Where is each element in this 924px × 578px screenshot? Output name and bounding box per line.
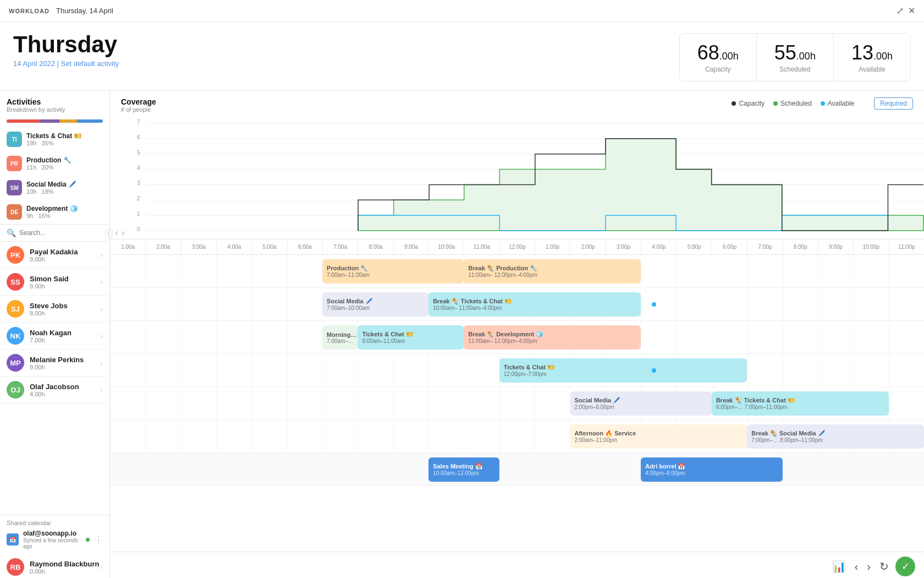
avatar-ss: SS [7, 273, 24, 291]
time-label-2p: 2:00p [570, 239, 605, 254]
chart-button[interactable]: 📊 [830, 558, 848, 575]
event-time: 7:00pm–… 8:00pm–11:00pm [751, 437, 825, 443]
content-area: Coverage # of people Capacity Scheduled … [110, 91, 924, 578]
activity-info-sm: Social Media 🖊️ 10h 18% [26, 181, 103, 195]
stat-capacity-number: 68.00h [697, 41, 739, 64]
cell [287, 354, 322, 386]
event-mp-social[interactable]: Social Media 🖊️ 2:00pm–6:00pm [570, 391, 712, 416]
event-title: Break 🌯 Production 🔧 [468, 265, 537, 272]
schedule-grid: Production 🔧 7:00am–11:00am Break 🌯 Prod… [110, 255, 924, 552]
cell [606, 453, 641, 486]
avatar-oj: OJ [7, 381, 24, 399]
cell [145, 321, 180, 353]
set-default-link[interactable]: Set default activity [61, 59, 119, 68]
required-button[interactable]: Required [874, 97, 913, 110]
cell [287, 321, 322, 353]
activity-meta-sm: 10h 18% [26, 188, 103, 195]
event-oj-afternoon[interactable]: Afternoon 🔥 Service 2:00am–11:00pm [570, 424, 747, 449]
event-sales-meeting[interactable]: Sales Meeting 📅 10:00am–12:00pm [428, 457, 499, 482]
event-pk-production[interactable]: Production 🔧 7:00am–11:00am [322, 259, 464, 283]
coverage-legend: Capacity Scheduled Available Required [732, 97, 913, 110]
event-content: Morning… 7:00am–… [327, 331, 356, 344]
activity-name-pr: Production 🔧 [26, 156, 103, 164]
avatar-rb: RB [7, 558, 24, 576]
event-ss-break-tickets[interactable]: Break 🌯 Tickets & Chat 🎫 10:00am– 11:00a… [428, 292, 641, 317]
page-title: Thursday [13, 33, 679, 56]
cell [358, 387, 393, 419]
person-row-pk[interactable]: PK Payal Kadakia 9.00h › [0, 242, 109, 269]
cell [322, 387, 358, 419]
activity-item-production[interactable]: PR Production 🔧 11h 20% [0, 151, 109, 176]
time-labels: 1:00a 2:00a 3:00a 4:00a 5:00a 6:00a 7:00… [110, 239, 924, 254]
event-content: Afternoon 🔥 Service 2:00am–11:00pm [575, 430, 636, 443]
refresh-button[interactable]: ↻ [877, 558, 891, 575]
person-row-nk[interactable]: NK Noah Kagan 7.00h › [0, 323, 109, 350]
cell [747, 321, 782, 353]
more-options-icon[interactable]: ⋮ [94, 535, 103, 545]
time-label-3p: 3:00p [606, 239, 641, 254]
activities-header: Activities Breakdown by activity [0, 91, 109, 116]
close-button[interactable]: ✕ [908, 6, 915, 16]
time-label-9p: 9:00p [818, 239, 853, 254]
calendar-icon: 📅 [7, 533, 19, 546]
available-dot-ss [652, 302, 656, 307]
event-sj-tickets[interactable]: Tickets & Chat 🎫 8:00am–11:00am [358, 325, 464, 350]
activity-item-social[interactable]: SM Social Media 🖊️ 10h 18% [0, 176, 109, 200]
next-button[interactable]: › [865, 558, 873, 575]
event-nk-tickets[interactable]: Tickets & Chat 🎫 12:00pm–7:00pm [499, 358, 747, 383]
event-time: 7:00am–… [327, 338, 356, 344]
legend-capacity: Capacity [732, 100, 765, 107]
confirm-button[interactable]: ✓ [895, 557, 915, 576]
cell [428, 387, 464, 419]
event-content: Tickets & Chat 🎫 12:00pm–7:00pm [504, 364, 555, 377]
svg-text:2: 2 [137, 195, 140, 201]
restore-button[interactable]: ⤢ [897, 6, 904, 16]
legend-available: Available [821, 100, 854, 107]
cell [287, 387, 322, 419]
person-row-rb[interactable]: RB Raymond Blackburn 0.00h › [0, 554, 109, 578]
person-row-oj[interactable]: OJ Olaf Jacobson 4.00h › [0, 377, 109, 403]
cell [216, 288, 251, 320]
cell [145, 288, 180, 320]
event-mp-break-tickets[interactable]: Break 🌯 Tickets & Chat 🎫 6:00pm–… 7:00pm… [712, 391, 889, 416]
prev-button[interactable]: ‹ [853, 558, 861, 575]
person-row-mp[interactable]: MP Melanie Perkins 9.00h › [0, 350, 109, 377]
header: Thursday 14 April 2022 | Set default act… [0, 22, 924, 91]
event-oj-break-social[interactable]: Break 🌯 Social Media 🖊️ 7:00pm–… 8:00pm–… [747, 424, 924, 449]
event-title: Tickets & Chat 🎫 [504, 364, 555, 371]
cell [358, 354, 393, 386]
activity-bar [7, 119, 103, 123]
coverage-title-block: Coverage # of people [121, 97, 156, 113]
cell [181, 321, 216, 353]
cell [110, 354, 145, 386]
activity-item-tickets[interactable]: TI Tickets & Chat 🎫 19h 35% [0, 127, 109, 151]
chevron-right-icon-mp: › [100, 358, 103, 367]
event-content: Break 🌯 Production 🔧 11:00am– 12:00pm–4:… [468, 265, 537, 278]
person-row-sj[interactable]: SJ Steve Jobs 8.00h › [0, 296, 109, 323]
event-adri-borrel[interactable]: Adri borrel 📅 4:00pm–8:00pm [641, 457, 782, 482]
search-input[interactable] [19, 229, 102, 237]
cell [889, 453, 924, 486]
event-title: Adri borrel 📅 [645, 463, 685, 470]
available-dot-nk [652, 368, 656, 373]
cell [251, 288, 287, 320]
event-ss-social[interactable]: Social Media 🖊️ 7:00am–10:00am [322, 292, 428, 317]
event-title: Sales Meeting 📅 [433, 463, 482, 470]
event-pk-break-production[interactable]: Break 🌯 Production 🔧 11:00am– 12:00pm–4:… [464, 259, 641, 283]
person-row-ss[interactable]: SS Simon Said 9.00h › [0, 269, 109, 296]
person-info-nk: Noah Kagan 7.00h [30, 329, 100, 343]
legend-capacity-label: Capacity [739, 100, 765, 107]
shared-cal-info: olaf@soonapp.io Synced a few seconds ago [23, 530, 81, 549]
event-content: Break 🌯 Social Media 🖊️ 7:00pm–… 8:00pm–… [751, 430, 825, 443]
schedule-cells-ss: Social Media 🖊️ 7:00am–10:00am Break 🌯 T… [110, 288, 924, 320]
time-label-4a: 4:00a [216, 239, 251, 254]
event-sj-morning[interactable]: Morning… 7:00am–… [322, 325, 358, 350]
capacity-dot [732, 101, 736, 106]
event-sj-break-development[interactable]: Break 🌯 Development 🧊 11:00am– 12:00pm–4… [464, 325, 641, 350]
activity-avatar-pr: PR [7, 156, 22, 171]
cell [216, 255, 251, 287]
stat-available: 13.00h Available [833, 34, 910, 81]
cell [110, 288, 145, 320]
cell [181, 354, 216, 386]
activity-item-development[interactable]: DE Development 🧊 9h 16% [0, 200, 109, 224]
